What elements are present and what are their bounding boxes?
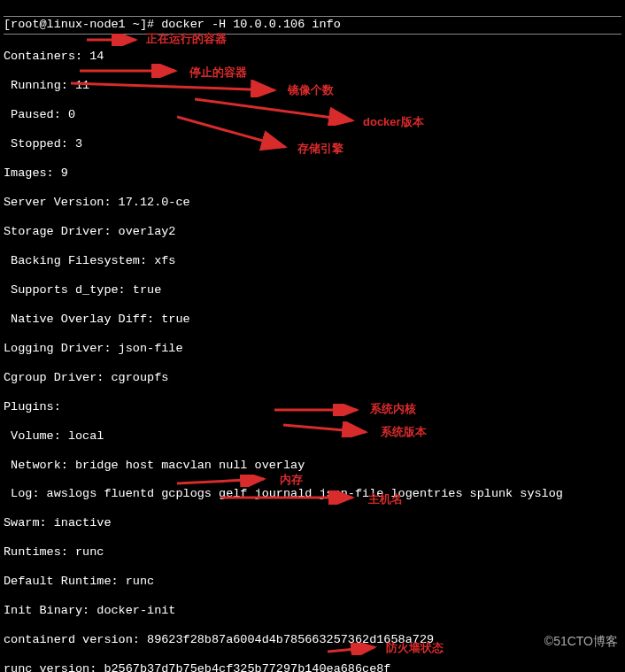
line-containers: Containers: 14 <box>4 50 621 64</box>
prompt-text: [root@linux-node1 ~]# docker -H 10.0.0.1… <box>4 18 341 31</box>
line-log: Log: awslogs fluentd gcplogs gelf journa… <box>4 487 621 501</box>
terminal-output: [root@linux-node1 ~]# docker -H 10.0.0.1… <box>0 0 625 672</box>
line-backing-fs: Backing Filesystem: xfs <box>4 254 621 268</box>
line-default-runtime: Default Runtime: runc <box>4 575 621 589</box>
line-logging-driver: Logging Driver: json-file <box>4 342 621 356</box>
line-volume: Volume: local <box>4 429 621 444</box>
line-runtimes: Runtimes: runc <box>4 545 621 560</box>
line-images: Images: 9 <box>4 166 621 181</box>
line-supports-dtype: Supports d_type: true <box>4 283 621 297</box>
line-native-overlay: Native Overlay Diff: true <box>4 313 621 327</box>
prompt-line: [root@linux-node1 ~]# docker -H 10.0.0.1… <box>4 16 621 34</box>
line-init-binary: Init Binary: docker-init <box>4 604 621 618</box>
line-containerd-version: containerd version: 89623f28b87a6004d4b7… <box>4 633 621 647</box>
line-stopped: Stopped: 3 <box>4 137 621 151</box>
line-storage-driver: Storage Driver: overlay2 <box>4 225 621 239</box>
line-network: Network: bridge host macvlan null overla… <box>4 459 621 473</box>
line-swarm: Swarm: inactive <box>4 516 621 530</box>
line-cgroup-driver: Cgroup Driver: cgroupfs <box>4 371 621 385</box>
line-runc-version: runc version: b2567b37d7b75eb4cf325b7729… <box>4 662 621 672</box>
line-running: Running: 11 <box>4 79 621 93</box>
line-server-version: Server Version: 17.12.0-ce <box>4 196 621 210</box>
watermark: ©51CTO博客 <box>544 634 618 649</box>
line-plugins: Plugins: <box>4 400 621 414</box>
line-paused: Paused: 0 <box>4 108 621 122</box>
